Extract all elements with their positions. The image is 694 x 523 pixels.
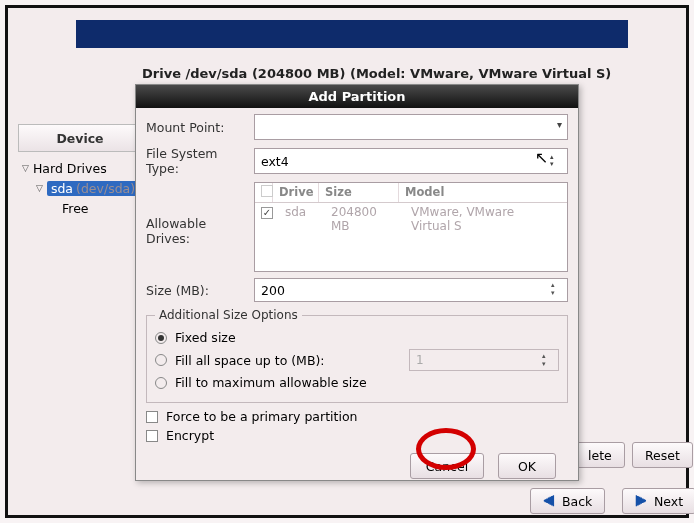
arrow-left-icon: ⯇ xyxy=(543,494,556,509)
fill-up-value: 1 xyxy=(416,353,424,367)
expand-icon[interactable]: ▽ xyxy=(36,183,43,193)
mount-point-label: Mount Point: xyxy=(146,120,254,135)
drive-name: sda xyxy=(279,205,325,233)
tree-row-free[interactable]: Free xyxy=(18,198,142,218)
checkbox-label: Force to be a primary partition xyxy=(166,409,358,424)
drives-table-header: Drive Size Model xyxy=(255,183,567,203)
add-partition-dialog: Add Partition Mount Point: ▾ File System… xyxy=(135,84,579,481)
radio-icon[interactable] xyxy=(155,332,167,344)
cancel-button[interactable]: Cancel xyxy=(410,453,484,479)
radio-icon[interactable] xyxy=(155,354,167,366)
expand-icon[interactable]: ▽ xyxy=(22,163,29,173)
additional-size-options-group: Additional Size Options Fixed size Fill … xyxy=(146,308,568,403)
next-button[interactable]: ⯈ Next xyxy=(622,488,694,514)
mount-point-combo[interactable]: ▾ xyxy=(254,114,568,140)
radio-fill-max[interactable]: Fill to maximum allowable size xyxy=(155,375,559,390)
fs-type-label: File System Type: xyxy=(146,146,254,176)
col-model: Model xyxy=(399,183,567,202)
radio-icon[interactable] xyxy=(155,377,167,389)
size-mb-input[interactable]: 200 ▴▾ xyxy=(254,278,568,302)
chevron-down-icon[interactable]: ▾ xyxy=(557,119,562,130)
allowable-drives-table[interactable]: Drive Size Model ✓ sda 204800 MB VMware,… xyxy=(254,182,568,272)
spinner-icon: ▴▾ xyxy=(542,352,555,368)
device-tree-panel: Device ▽ Hard Drives ▽ sda(dev/sda) Free xyxy=(18,124,142,218)
radio-fill-up-to[interactable]: Fill all space up to (MB): 1 ▴▾ xyxy=(155,349,559,371)
installer-header-bar xyxy=(76,20,628,48)
drive-size: 204800 MB xyxy=(325,205,405,233)
device-tree[interactable]: ▽ Hard Drives ▽ sda(dev/sda) Free xyxy=(18,152,142,218)
back-button[interactable]: ⯇ Back xyxy=(530,488,605,514)
tree-row-sda[interactable]: ▽ sda(dev/sda) xyxy=(18,178,142,198)
col-check xyxy=(255,183,273,202)
size-mb-label: Size (MB): xyxy=(146,283,254,298)
fs-type-value: ext4 xyxy=(261,154,289,169)
spinner-icon[interactable]: ▴▾ xyxy=(551,281,564,297)
fs-type-combo[interactable]: ext4 ▴▾ xyxy=(254,148,568,174)
tree-label: Free xyxy=(62,201,89,216)
spinner-icon[interactable]: ▴▾ xyxy=(550,151,564,171)
radio-label: Fill all space up to (MB): xyxy=(175,353,325,368)
next-label: Next xyxy=(654,494,683,509)
checkbox-primary-partition[interactable]: Force to be a primary partition xyxy=(146,409,568,424)
allowable-drives-label: Allowable Drives: xyxy=(146,182,254,246)
reset-button[interactable]: Reset xyxy=(632,442,693,468)
radio-fixed-size[interactable]: Fixed size xyxy=(155,330,559,345)
drive-model: VMware, VMware Virtual S xyxy=(405,205,561,233)
checkbox-icon[interactable] xyxy=(146,411,158,423)
size-mb-value: 200 xyxy=(261,283,285,298)
radio-label: Fill to maximum allowable size xyxy=(175,375,367,390)
checkbox-label: Encrypt xyxy=(166,428,214,443)
device-col-header: Device xyxy=(18,124,142,152)
fill-up-to-input[interactable]: 1 ▴▾ xyxy=(409,349,559,371)
checkbox-icon[interactable] xyxy=(146,430,158,442)
ok-button[interactable]: OK xyxy=(498,453,556,479)
arrow-right-icon: ⯈ xyxy=(635,494,648,509)
radio-label: Fixed size xyxy=(175,330,236,345)
dialog-title: Add Partition xyxy=(136,85,578,108)
drive-summary-line: Drive /dev/sda (204800 MB) (Model: VMwar… xyxy=(142,66,611,81)
aso-legend: Additional Size Options xyxy=(155,308,302,322)
back-label: Back xyxy=(562,494,592,509)
delete-button[interactable]: lete xyxy=(575,442,625,468)
col-size: Size xyxy=(319,183,399,202)
drive-row-sda[interactable]: ✓ sda 204800 MB VMware, VMware Virtual S xyxy=(255,203,567,235)
tree-label: Hard Drives xyxy=(33,161,107,176)
tree-row-hard-drives[interactable]: ▽ Hard Drives xyxy=(18,158,142,178)
col-drive: Drive xyxy=(273,183,319,202)
drive-checkbox[interactable]: ✓ xyxy=(261,207,273,219)
checkbox-encrypt[interactable]: Encrypt xyxy=(146,428,568,443)
tree-label-selected: sda(dev/sda) xyxy=(47,181,139,196)
